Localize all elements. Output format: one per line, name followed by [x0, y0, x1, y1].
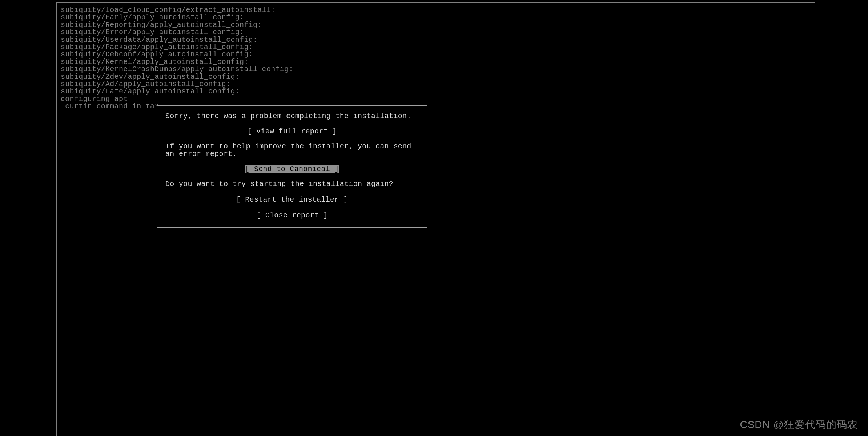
dialog-help-message: If you want to help improve the installe… — [165, 143, 419, 158]
close-report-button[interactable]: [ Close report ] — [256, 211, 328, 219]
log-line: subiquity/KernelCrashDumps/apply_autoins… — [61, 66, 811, 73]
log-line: subiquity/Late/apply_autoinstall_config: — [61, 88, 811, 95]
log-line: subiquity/Early/apply_autoinstall_config… — [61, 14, 811, 21]
log-line: subiquity/Kernel/apply_autoinstall_confi… — [61, 58, 811, 66]
log-line: subiquity/Ad/apply_autoinstall_config: — [61, 81, 811, 88]
watermark-text: CSDN @狂爱代码的码农 — [740, 418, 858, 432]
log-line: subiquity/Zdev/apply_autoinstall_config: — [61, 73, 811, 81]
log-line: subiquity/Debconf/apply_autoinstall_conf… — [61, 51, 811, 58]
dialog-retry-message: Do you want to try starting the installa… — [165, 181, 419, 188]
log-line: configuring apt — [61, 96, 811, 103]
error-dialog: Sorry, there was a problem completing th… — [157, 105, 427, 228]
dialog-error-message: Sorry, there was a problem completing th… — [165, 113, 419, 120]
log-line: subiquity/Package/apply_autoinstall_conf… — [61, 44, 811, 51]
installer-log-output: subiquity/load_cloud_config/extract_auto… — [61, 7, 811, 110]
view-full-report-button[interactable]: [ View full report ] — [247, 127, 337, 136]
log-line: subiquity/Reporting/apply_autoinstall_co… — [61, 21, 811, 29]
log-line: subiquity/Error/apply_autoinstall_config… — [61, 29, 811, 36]
restart-installer-button[interactable]: [ Restart the installer ] — [236, 195, 348, 204]
log-line: subiquity/Userdata/apply_autoinstall_con… — [61, 36, 811, 44]
send-to-canonical-button[interactable]: [ Send to Canonical ] — [245, 165, 339, 173]
log-line: subiquity/load_cloud_config/extract_auto… — [61, 7, 811, 14]
